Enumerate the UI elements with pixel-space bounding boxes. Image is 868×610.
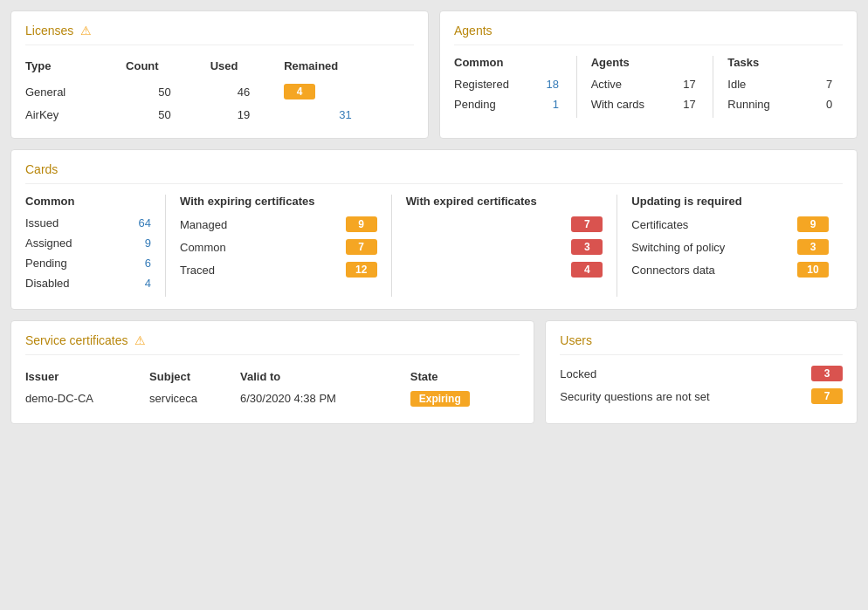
expiring-value[interactable]: 7 — [346, 239, 377, 255]
agents-running-row: Running 0 — [727, 98, 843, 111]
list-item: Common 7 — [180, 239, 377, 255]
agents-common-header: Common — [454, 56, 569, 69]
svc-warn-icon: ⚠ — [134, 333, 146, 347]
agents-agents-header: Agents — [591, 56, 706, 69]
agents-idle-row: Idle 7 — [727, 78, 843, 91]
cards-common-value[interactable]: 64 — [139, 216, 151, 230]
list-item: Issued 64 — [25, 216, 151, 230]
cards-common-value[interactable]: 6 — [145, 257, 151, 270]
svc-title-text: Service certificates — [25, 333, 127, 347]
agents-active-row: Active 17 — [591, 78, 706, 91]
running-label: Running — [727, 98, 806, 111]
type-cell: AirKey — [25, 104, 126, 126]
cards-common-value[interactable]: 4 — [145, 277, 151, 290]
agents-registered-row: Registered 18 — [454, 78, 569, 91]
svc-issuer: demo-DC-CA — [25, 387, 149, 409]
licenses-warn-icon: ⚠ — [80, 24, 92, 38]
updating-label: Connectors data — [631, 264, 714, 277]
cards-expired-header: With expired certificates — [406, 195, 603, 208]
expired-value[interactable]: 3 — [571, 239, 603, 255]
agents-title: Agents — [454, 24, 843, 45]
users-locked-row: Locked 3 — [560, 366, 843, 381]
table-row: General 50 46 4 — [25, 79, 414, 104]
cards-updating-col: Updating is required Certificates 9 Swit… — [617, 195, 843, 297]
type-cell: General — [25, 79, 126, 104]
cards-inner: Common Issued 64 Assigned 9 Pending 6 Di… — [25, 195, 843, 297]
idle-value: 7 — [806, 78, 832, 91]
updating-value[interactable]: 3 — [797, 239, 829, 255]
running-value: 0 — [806, 98, 832, 111]
list-item: 7 — [406, 216, 603, 232]
cards-expiring-header: With expiring certificates — [180, 195, 377, 208]
bottom-row: Service certificates ⚠ Issuer Subject Va… — [10, 320, 858, 424]
agents-pending-row: Pending 1 — [454, 98, 569, 111]
active-label: Active — [591, 78, 670, 91]
list-item: 4 — [406, 262, 603, 278]
svc-title: Service certificates ⚠ — [25, 333, 520, 355]
svc-col-issuer: Issuer — [25, 366, 149, 387]
agents-tasks-section: Tasks Idle 7 Running 0 — [713, 56, 843, 118]
updating-value[interactable]: 9 — [797, 216, 829, 232]
list-item: Traced 12 — [180, 262, 377, 278]
cards-common-value[interactable]: 9 — [145, 236, 151, 250]
expiring-label: Traced — [180, 264, 215, 277]
with-cards-value: 17 — [670, 98, 696, 111]
dashboard: Licenses ⚠ Type Count Used Remained Gene… — [10, 10, 858, 424]
updating-label: Certificates — [631, 218, 688, 231]
cards-expired-col: With expired certificates 7 3 4 — [391, 195, 617, 297]
licenses-title: Licenses ⚠ — [25, 24, 414, 45]
svc-state-badge[interactable]: Expiring — [410, 391, 470, 407]
svc-table: Issuer Subject Valid to State demo-DC-CA… — [25, 366, 520, 409]
agents-agents-section: Agents Active 17 With cards 17 — [576, 56, 706, 118]
svc-state: Expiring — [410, 387, 520, 409]
cards-common-label: Issued — [25, 216, 59, 230]
remained-cell: 31 — [284, 104, 414, 126]
expired-value[interactable]: 7 — [571, 216, 603, 232]
col-count: Count — [126, 56, 210, 79]
users-title: Users — [560, 333, 843, 355]
agents-card: Agents Common Registered 18 Pending 1 — [439, 10, 858, 139]
licenses-card: Licenses ⚠ Type Count Used Remained Gene… — [10, 10, 429, 139]
agents-inner: Common Registered 18 Pending 1 Agents Ac… — [454, 56, 843, 118]
locked-value[interactable]: 3 — [811, 366, 843, 381]
agents-withcards-row: With cards 17 — [591, 98, 706, 111]
security-value[interactable]: 7 — [811, 388, 843, 404]
expiring-label: Managed — [180, 218, 227, 231]
cards-updating-header: Updating is required — [631, 195, 829, 208]
locked-label: Locked — [560, 367, 596, 380]
list-item: Managed 9 — [180, 216, 377, 232]
licenses-table: Type Count Used Remained General 50 46 4… — [25, 56, 414, 126]
top-row: Licenses ⚠ Type Count Used Remained Gene… — [10, 10, 858, 139]
list-item: Switching of policy 3 — [631, 239, 829, 255]
security-label: Security questions are not set — [560, 390, 709, 403]
pending-value[interactable]: 1 — [533, 98, 559, 111]
svc-col-state: State — [410, 366, 520, 387]
registered-value[interactable]: 18 — [533, 78, 559, 91]
list-item: Disabled 4 — [25, 277, 151, 290]
idle-label: Idle — [727, 78, 806, 91]
col-used: Used — [210, 56, 284, 79]
expired-value[interactable]: 4 — [571, 262, 603, 278]
col-remained: Remained — [284, 56, 414, 79]
with-cards-label: With cards — [591, 98, 670, 111]
pending-label: Pending — [454, 98, 533, 111]
used-cell: 46 — [210, 79, 284, 104]
svc-subject: serviceca — [149, 387, 240, 409]
list-item: 3 — [406, 239, 603, 255]
count-cell: 50 — [126, 79, 210, 104]
cards-expiring-col: With expiring certificates Managed 9 Com… — [165, 195, 391, 297]
expiring-value[interactable]: 12 — [346, 262, 377, 278]
expiring-label: Common — [180, 241, 226, 254]
middle-row: Cards Common Issued 64 Assigned 9 Pendin… — [10, 149, 858, 310]
cards-common-header: Common — [25, 195, 151, 208]
expiring-value[interactable]: 9 — [346, 216, 377, 232]
list-item: Assigned 9 — [25, 236, 151, 250]
list-item: Certificates 9 — [631, 216, 829, 232]
table-row: AirKey 50 19 31 — [25, 104, 414, 126]
agents-common-section: Common Registered 18 Pending 1 — [454, 56, 569, 118]
active-value: 17 — [670, 78, 696, 91]
list-item: Pending 6 — [25, 257, 151, 270]
cards-common-label: Assigned — [25, 236, 72, 250]
updating-value[interactable]: 10 — [797, 262, 829, 278]
updating-label: Switching of policy — [631, 241, 725, 254]
